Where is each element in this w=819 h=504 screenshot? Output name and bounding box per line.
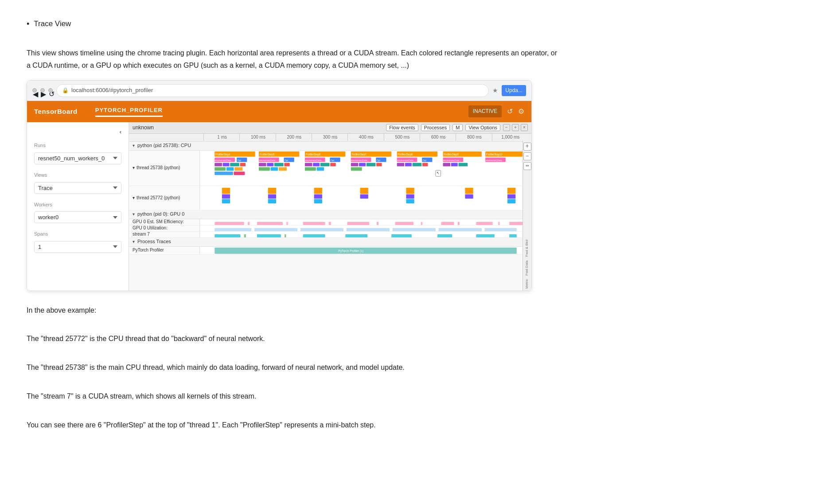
svg-rect-93 bbox=[214, 222, 244, 225]
forward-btn[interactable]: ▶ bbox=[40, 88, 45, 93]
tensorboard-logo: TensorBoard bbox=[34, 106, 78, 117]
tensorboard-header: TensorBoard PYTORCH_PROFILER INACTIVE ↺ … bbox=[27, 101, 531, 122]
svg-text:Opt: Opt bbox=[331, 159, 334, 161]
workers-section: Workers worker0 bbox=[34, 201, 121, 224]
gpu-util-svg bbox=[200, 227, 531, 231]
back-btn[interactable]: ◀ bbox=[32, 88, 37, 93]
plus-btn[interactable]: + bbox=[512, 124, 519, 131]
plugin-name[interactable]: PYTORCH_PROFILER bbox=[95, 106, 163, 117]
views-section: Views Trace bbox=[34, 171, 121, 194]
trace-right-controls: + − ⇔ Fwd & Bkd Fwd Data Metric bbox=[523, 141, 531, 291]
svg-text:enumerate(Data...: enumerate(Data... bbox=[215, 159, 233, 161]
thread-25738-content[interactable]: ProfilerStep4 ProfilerStep5 ProfilerStep… bbox=[200, 151, 531, 186]
svg-rect-65 bbox=[397, 163, 405, 166]
thread-25738-text: The "thread 25738" is the main CPU threa… bbox=[27, 361, 558, 373]
expand-thread2-icon[interactable]: ▾ bbox=[133, 194, 135, 202]
pytorch-profiler-svg: PyTorch Profiler (1) bbox=[200, 247, 531, 254]
expand-gpu-btn[interactable]: ▾ bbox=[133, 211, 135, 218]
workers-select[interactable]: worker0 bbox=[34, 211, 121, 223]
trace-view-bullet: • Trace View bbox=[27, 18, 792, 31]
svg-rect-44 bbox=[234, 167, 242, 171]
svg-rect-39 bbox=[223, 163, 230, 166]
update-button[interactable]: Upda... bbox=[502, 85, 526, 96]
flow-events-btn[interactable]: Flow events bbox=[386, 124, 418, 131]
gpu-util-content[interactable] bbox=[200, 225, 531, 231]
refresh-icon[interactable]: ↺ bbox=[507, 106, 513, 117]
process-traces-label: Process Traces bbox=[137, 238, 171, 246]
refresh-browser-btn[interactable]: ↺ bbox=[48, 88, 53, 93]
url-bar[interactable]: 🔒 localhost:6006/#pytorch_profiler bbox=[56, 84, 489, 97]
arrows-btn[interactable]: ⇔ bbox=[523, 162, 531, 170]
svg-rect-100 bbox=[377, 222, 378, 225]
svg-rect-84 bbox=[360, 194, 368, 198]
stream7-svg bbox=[200, 233, 531, 237]
ruler-mark-200ms: 200 ms bbox=[276, 134, 312, 141]
minus-btn[interactable]: − bbox=[503, 124, 510, 131]
svg-rect-92 bbox=[507, 199, 515, 203]
view-options-btn[interactable]: View Options bbox=[465, 124, 500, 131]
svg-rect-50 bbox=[284, 163, 289, 166]
svg-rect-57 bbox=[330, 163, 335, 166]
trace-view-label: Trace View bbox=[34, 18, 71, 30]
svg-rect-62 bbox=[367, 163, 376, 166]
zoom-out-btn[interactable]: − bbox=[523, 152, 531, 160]
svg-rect-124 bbox=[509, 234, 517, 237]
trace-close-btns: − + × bbox=[503, 124, 528, 131]
expand-cpu-btn[interactable]: ▾ bbox=[133, 142, 135, 149]
svg-rect-53 bbox=[279, 167, 287, 171]
runs-section: Runs resnet50_num_workers_0 bbox=[34, 142, 121, 164]
svg-text:ProfilerStep6: ProfilerStep6 bbox=[306, 152, 321, 156]
svg-rect-90 bbox=[507, 188, 515, 194]
spans-select[interactable]: 1 bbox=[34, 241, 121, 253]
settings-icon[interactable]: ⚙ bbox=[518, 106, 524, 117]
svg-rect-119 bbox=[303, 234, 325, 237]
svg-rect-45 bbox=[214, 171, 233, 175]
svg-rect-122 bbox=[437, 234, 452, 237]
svg-rect-87 bbox=[406, 199, 414, 203]
svg-rect-106 bbox=[498, 222, 499, 225]
ruler-mark-1000ms: 1,000 ms bbox=[492, 134, 528, 141]
cpu-section-label: python (pid 25738): CPU bbox=[137, 142, 191, 150]
svg-text:enumerate(Data...: enumerate(Data... bbox=[351, 159, 370, 161]
pytorch-profiler-content[interactable]: PyTorch Profiler (1) bbox=[200, 247, 531, 254]
processes-btn[interactable]: Processes bbox=[421, 124, 450, 131]
sidebar-toggle[interactable]: ‹ bbox=[34, 128, 121, 137]
close-btn[interactable]: × bbox=[521, 124, 528, 131]
runs-select[interactable]: resnet50_num_workers_0 bbox=[34, 152, 121, 164]
runs-label: Runs bbox=[34, 142, 121, 150]
zoom-in-btn[interactable]: + bbox=[523, 143, 531, 151]
svg-rect-76 bbox=[222, 199, 230, 203]
workers-label: Workers bbox=[34, 201, 121, 209]
expand-thread1-icon[interactable]: ▾ bbox=[133, 164, 135, 171]
svg-rect-98 bbox=[329, 222, 331, 225]
svg-text:PyTorch Profiler (1): PyTorch Profiler (1) bbox=[338, 248, 363, 253]
svg-rect-94 bbox=[248, 222, 250, 225]
m-btn[interactable]: M bbox=[452, 124, 463, 131]
svg-rect-86 bbox=[406, 194, 414, 198]
gpu-sm-content[interactable] bbox=[200, 219, 531, 225]
svg-rect-58 bbox=[305, 167, 316, 171]
svg-rect-120 bbox=[345, 234, 367, 237]
svg-rect-109 bbox=[251, 228, 254, 231]
star-icon[interactable]: ★ bbox=[492, 85, 498, 95]
thread-25772-content[interactable] bbox=[200, 186, 531, 210]
svg-rect-118 bbox=[285, 234, 286, 237]
views-select[interactable]: Trace bbox=[34, 182, 121, 194]
trace-buttons: Flow events Processes M View Options − +… bbox=[386, 124, 528, 131]
svg-rect-83 bbox=[360, 188, 368, 194]
svg-rect-88 bbox=[465, 188, 473, 194]
thread-25738-name: thread 25738 (python) bbox=[136, 164, 180, 171]
stream7-label: stream 7 bbox=[129, 232, 200, 237]
process-traces-header: ▾ Process Traces bbox=[129, 238, 531, 247]
collapse-icon[interactable]: ‹ bbox=[120, 128, 121, 137]
thread-25772-row: ▾ thread 25772 (python) bbox=[129, 186, 531, 210]
example-text: In the above example: bbox=[27, 304, 558, 316]
ruler-mark-400ms: 400 ms bbox=[347, 134, 383, 141]
svg-rect-97 bbox=[303, 222, 325, 225]
gpu-sm-svg bbox=[200, 221, 531, 225]
svg-rect-46 bbox=[234, 171, 245, 175]
views-label: Views bbox=[34, 171, 121, 179]
expand-process-btn[interactable]: ▾ bbox=[133, 238, 135, 245]
stream7-content[interactable] bbox=[200, 232, 531, 237]
svg-text:Opt: Opt bbox=[377, 159, 380, 161]
